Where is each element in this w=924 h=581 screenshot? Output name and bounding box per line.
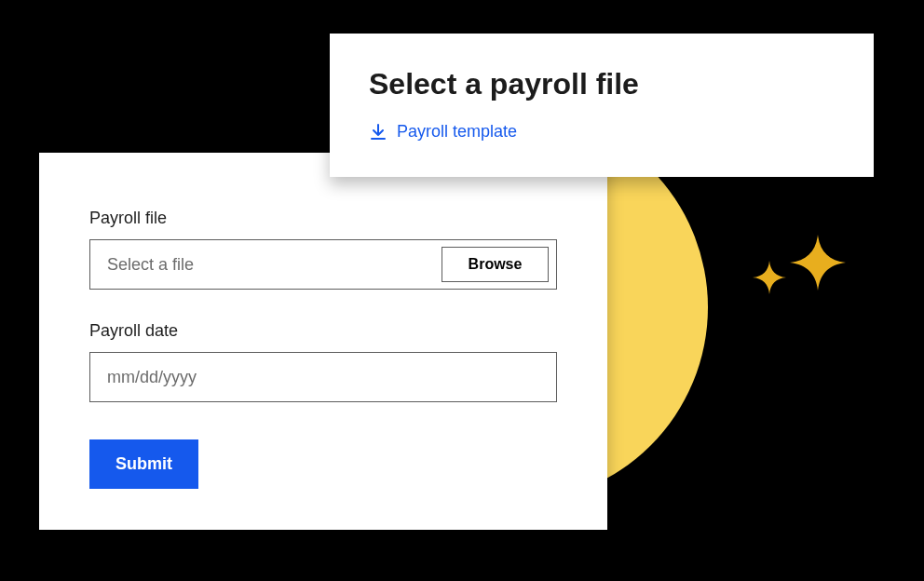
download-link-label: Payroll template (397, 122, 517, 142)
browse-button[interactable]: Browse (442, 247, 549, 282)
payroll-date-label: Payroll date (89, 321, 557, 341)
payroll-date-input[interactable]: mm/dd/yyyy (89, 352, 557, 402)
download-icon (369, 123, 387, 142)
sparkle-icon (753, 261, 786, 294)
card-title: Select a payroll file (369, 67, 835, 101)
payroll-file-label: Payroll file (89, 209, 557, 228)
select-payroll-card: Select a payroll file Payroll template (330, 34, 874, 177)
submit-button[interactable]: Submit (89, 439, 198, 489)
payroll-template-link[interactable]: Payroll template (369, 122, 517, 142)
file-input-placeholder: Select a file (90, 240, 442, 289)
payroll-file-input[interactable]: Select a file Browse (89, 239, 557, 290)
payroll-form-card: Payroll file Select a file Browse Payrol… (39, 153, 607, 530)
sparkle-icon (790, 235, 846, 290)
